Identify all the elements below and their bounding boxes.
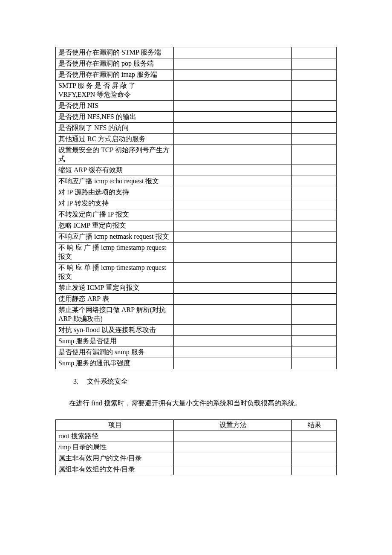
table-cell	[291, 134, 336, 145]
table-row: root 搜索路径	[56, 431, 337, 442]
table-cell	[173, 220, 291, 231]
table-cell: 是否使用存在漏洞的 pop 服务端	[56, 58, 174, 69]
table-header-cell: 结果	[291, 419, 336, 431]
table-row: 使用静态 ARP 表	[56, 294, 337, 305]
table-cell	[291, 165, 336, 176]
table-cell	[173, 123, 291, 134]
table-cell	[173, 165, 291, 176]
table-row: 禁止某个网络接口做 ARP 解析(对抗 ARP 欺骗攻击)	[56, 305, 337, 325]
table-cell	[291, 294, 336, 305]
table-cell	[173, 58, 291, 69]
table-cell	[173, 112, 291, 123]
table-cell	[173, 431, 291, 442]
table-cell: 不响应广播 icmp echo request 报文	[56, 176, 174, 187]
table-cell	[173, 198, 291, 209]
table-row: 不 响 应 广 播 icmp timestamp request 报文	[56, 243, 337, 263]
table-cell: 不 响 应 单 播 icmp timestamp request 报文	[56, 263, 174, 283]
table-cell: 设置最安全的 TCP 初始序列号产生方式	[56, 145, 174, 165]
table-cell	[291, 220, 336, 231]
table-row: 是否限制了 NFS 的访问	[56, 123, 337, 134]
table-cell: 是否使用 NFS,NFS 的输出	[56, 112, 174, 123]
table-header-row: 项目 设置方法 结果	[56, 419, 337, 431]
table-row: 缩短 ARP 缓存有效期	[56, 165, 337, 176]
table-2: 项目 设置方法 结果 root 搜索路径/tmp 目录的属性属主非有效用户的文件…	[55, 419, 337, 475]
table-cell	[291, 347, 336, 358]
table-cell: 禁止某个网络接口做 ARP 解析(对抗 ARP 欺骗攻击)	[56, 305, 174, 325]
table-cell	[291, 263, 336, 283]
table-cell: 属组非有效组的文件/目录	[56, 464, 174, 475]
table-row: 属主非有效用户的文件/目录	[56, 453, 337, 464]
table-cell: 使用静态 ARP 表	[56, 294, 174, 305]
table-cell	[173, 294, 291, 305]
table-cell	[173, 283, 291, 294]
paragraph-text: 在进行 find 搜索时，需要避开拥有大量小文件的系统和当时负载很高的系统。	[55, 396, 337, 410]
table-cell	[291, 69, 336, 81]
table-cell: /tmp 目录的属性	[56, 442, 174, 453]
table-cell	[291, 145, 336, 165]
table-cell: 对抗 syn-flood 以及连接耗尽攻击	[56, 325, 174, 336]
table-cell	[173, 325, 291, 336]
table-header-cell: 设置方法	[173, 419, 291, 431]
table-cell: 是否使用存在漏洞的 imap 服务端	[56, 69, 174, 81]
table-row: 属组非有效组的文件/目录	[56, 464, 337, 475]
table-row: SMTP 服 务 是 否 屏 蔽 了 VRFY,EXPN 等危险命令	[56, 81, 337, 101]
table-row: 是否使用有漏洞的 snmp 服务	[56, 347, 337, 358]
table-cell	[291, 187, 336, 198]
table-cell	[291, 198, 336, 209]
table-cell	[291, 283, 336, 294]
table-cell: 其他通过 RC 方式启动的服务	[56, 134, 174, 145]
table-cell	[173, 209, 291, 220]
table-cell	[291, 47, 336, 58]
table-row: 是否使用存在漏洞的 STMP 服务端	[56, 47, 337, 58]
table-cell	[291, 176, 336, 187]
table-cell: SMTP 服 务 是 否 屏 蔽 了 VRFY,EXPN 等危险命令	[56, 81, 174, 101]
table-cell: 忽略 ICMP 重定向报文	[56, 220, 174, 231]
table-row: 是否使用 NIS	[56, 101, 337, 112]
table-row: 设置最安全的 TCP 初始序列号产生方式	[56, 145, 337, 165]
table-cell	[173, 336, 291, 347]
table-cell	[291, 453, 336, 464]
table-cell	[173, 305, 291, 325]
table-cell	[291, 305, 336, 325]
table-cell	[291, 243, 336, 263]
page-container: 是否使用存在漏洞的 STMP 服务端是否使用存在漏洞的 pop 服务端是否使用存…	[0, 0, 392, 555]
table-header-cell: 项目	[56, 419, 174, 431]
table-cell	[291, 431, 336, 442]
table-cell: Snmp 服务的通讯串强度	[56, 358, 174, 369]
table-cell	[291, 442, 336, 453]
table-cell: 是否使用存在漏洞的 STMP 服务端	[56, 47, 174, 58]
table-cell	[173, 69, 291, 81]
table-row: Snmp 服务是否使用	[56, 336, 337, 347]
table-row: 忽略 ICMP 重定向报文	[56, 220, 337, 231]
table-cell	[173, 231, 291, 243]
table-cell	[291, 336, 336, 347]
table-row: /tmp 目录的属性	[56, 442, 337, 453]
table-cell	[291, 209, 336, 220]
table-cell: 是否使用有漏洞的 snmp 服务	[56, 347, 174, 358]
table-row: 对 IP 源路由选项的支持	[56, 187, 337, 198]
table-row: 对 IP 转发的支持	[56, 198, 337, 209]
table-row: 不响应广播 icmp echo request 报文	[56, 176, 337, 187]
table-cell	[173, 187, 291, 198]
table-cell: 对 IP 源路由选项的支持	[56, 187, 174, 198]
table-row: 是否使用存在漏洞的 pop 服务端	[56, 58, 337, 69]
table-cell: 对 IP 转发的支持	[56, 198, 174, 209]
table-cell: 不 响 应 广 播 icmp timestamp request 报文	[56, 243, 174, 263]
table-cell	[291, 101, 336, 112]
section-heading: 3. 文件系统安全	[73, 376, 337, 387]
table-row: 不响应广播 icmp netmask request 报文	[56, 231, 337, 243]
table-cell	[173, 47, 291, 58]
table-cell: 不转发定向广播 IP 报文	[56, 209, 174, 220]
table-cell: 属主非有效用户的文件/目录	[56, 453, 174, 464]
table-cell	[173, 176, 291, 187]
table-cell	[173, 243, 291, 263]
table-cell	[173, 442, 291, 453]
table-cell	[173, 101, 291, 112]
table-cell: 是否使用 NIS	[56, 101, 174, 112]
table-row: 是否使用 NFS,NFS 的输出	[56, 112, 337, 123]
table-cell	[291, 325, 336, 336]
section-title: 文件系统安全	[87, 378, 128, 385]
table-cell	[173, 134, 291, 145]
table-cell: root 搜索路径	[56, 431, 174, 442]
table-cell	[291, 231, 336, 243]
